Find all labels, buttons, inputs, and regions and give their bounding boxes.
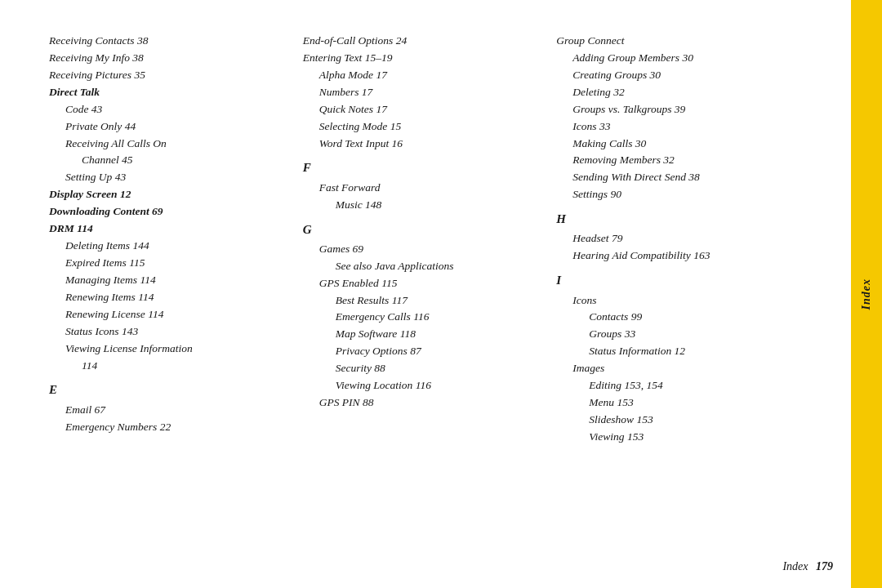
- list-item: Fast Forward: [303, 180, 541, 197]
- list-item: Viewing License Information: [49, 341, 287, 358]
- list-item: H: [556, 210, 794, 229]
- list-item: Selecting Mode 15: [303, 118, 541, 136]
- page-container: Index Receiving Contacts 38Receiving My …: [0, 0, 882, 588]
- list-item: Status Icons 143: [49, 323, 287, 341]
- list-item: Map Software 118: [303, 326, 541, 343]
- list-item: Downloading Content 69: [49, 203, 287, 220]
- list-item: Contacts 99: [556, 309, 794, 326]
- list-item: Receiving My Info 38: [49, 50, 287, 67]
- list-item: I: [556, 271, 794, 290]
- list-item: Music 148: [303, 197, 541, 214]
- list-item: Best Results 117: [303, 292, 541, 310]
- column-1: Receiving Contacts 38Receiving My Info 3…: [49, 33, 295, 555]
- list-item: Renewing Items 114: [49, 289, 287, 306]
- list-item: Settings 90: [556, 186, 794, 203]
- list-item: Setting Up 43: [49, 169, 287, 186]
- list-item: Hearing Aid Compatibility 163: [556, 247, 794, 265]
- list-item: Emergency Numbers 22: [49, 419, 287, 436]
- side-tab-label: Index: [860, 278, 873, 310]
- list-item: Numbers 17: [303, 84, 541, 101]
- list-item: E: [49, 381, 287, 399]
- list-item: Groups 33: [556, 326, 794, 343]
- list-item: Alpha Mode 17: [303, 67, 541, 84]
- footer-number: 179: [816, 560, 833, 572]
- list-item: Renewing License 114: [49, 306, 287, 323]
- list-item: Viewing Location 116: [303, 377, 541, 394]
- list-item: Managing Items 114: [49, 272, 287, 289]
- list-item: Sending With Direct Send 38: [556, 169, 794, 186]
- list-item: Channel 45: [49, 152, 287, 169]
- list-item: Receiving Contacts 38: [49, 33, 287, 50]
- list-item: Security 88: [303, 360, 541, 377]
- list-item: Status Information 12: [556, 343, 794, 360]
- list-item: Adding Group Members 30: [556, 50, 794, 67]
- list-item: Groups vs. Talkgroups 39: [556, 101, 794, 118]
- list-item: Headset 79: [556, 230, 794, 247]
- list-item: Deleting Items 144: [49, 238, 287, 255]
- list-item: Entering Text 15–19: [303, 50, 541, 67]
- list-item: See also Java Applications: [303, 258, 541, 275]
- list-item: Menu 153: [556, 394, 794, 412]
- list-item: Display Screen 12: [49, 186, 287, 203]
- list-item: GPS Enabled 115: [303, 275, 541, 292]
- list-item: Games 69: [303, 241, 541, 258]
- list-item: DRM 114: [49, 220, 287, 238]
- side-tab: Index: [851, 0, 882, 588]
- list-item: Private Only 44: [49, 118, 287, 136]
- footer-label: Index: [782, 560, 808, 572]
- list-item: GPS PIN 88: [303, 394, 541, 412]
- list-item: 114: [49, 358, 287, 375]
- list-item: Icons: [556, 292, 794, 310]
- columns-wrapper: Receiving Contacts 38Receiving My Info 3…: [49, 33, 833, 555]
- column-3: Group ConnectAdding Group Members 30Crea…: [548, 33, 802, 555]
- list-item: Removing Members 32: [556, 152, 794, 169]
- list-item: Privacy Options 87: [303, 343, 541, 360]
- list-item: F: [303, 158, 541, 177]
- list-item: Code 43: [49, 101, 287, 118]
- list-item: Expired Items 115: [49, 255, 287, 272]
- list-item: Icons 33: [556, 118, 794, 136]
- list-item: Emergency Calls 116: [303, 309, 541, 326]
- list-item: Creating Groups 30: [556, 67, 794, 84]
- list-item: End-of-Call Options 24: [303, 33, 541, 50]
- column-2: End-of-Call Options 24Entering Text 15–1…: [295, 33, 549, 555]
- list-item: Email 67: [49, 402, 287, 419]
- list-item: Receiving All Calls On: [49, 136, 287, 153]
- list-item: Direct Talk: [49, 84, 287, 101]
- list-item: Slideshow 153: [556, 412, 794, 429]
- list-item: Receiving Pictures 35: [49, 67, 287, 84]
- list-item: Viewing 153: [556, 429, 794, 446]
- list-item: Word Text Input 16: [303, 136, 541, 153]
- list-item: Group Connect: [556, 33, 794, 50]
- list-item: Making Calls 30: [556, 136, 794, 153]
- list-item: Deleting 32: [556, 84, 794, 101]
- list-item: Editing 153, 154: [556, 377, 794, 394]
- list-item: Images: [556, 360, 794, 377]
- list-item: Quick Notes 17: [303, 101, 541, 118]
- list-item: G: [303, 220, 541, 239]
- footer: Index 179: [782, 560, 833, 573]
